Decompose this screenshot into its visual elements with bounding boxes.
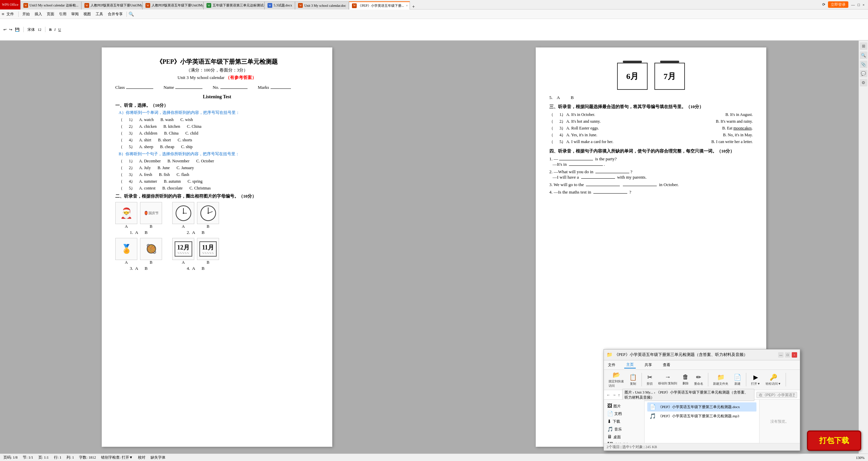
blank-1b [569,165,603,166]
fm-search-input[interactable] [756,392,797,398]
fm-sidebar-desktop[interactable]: 🖥桌面 [605,433,643,441]
status-font[interactable]: 缺失字体 [151,455,165,460]
tab-label: 《PEP》小学英语五年级下册... [358,3,404,8]
sidebar-btn-3[interactable]: 📎 [860,61,867,68]
fm-newitem-button[interactable]: 📄 新建 [732,372,743,387]
img-group-4: 12月 ∿∿∿∿∿ A 11月 ∿∿∿∿∿ [172,238,219,271]
fm-delete-button[interactable]: 🗑 删除 [680,372,691,387]
search-icon[interactable]: 🔍 [129,12,134,17]
fm-address-bar: ← → ↑ 图片 › Unit 3 My... › 《PEP》小学英语五年级下册… [604,390,800,400]
tab-pep-active[interactable]: W 《PEP》小学英语五年级下册... × [349,1,410,9]
fm-rename-button[interactable]: ✏ 重命名 [692,372,705,387]
ribbon-merge[interactable]: 合并专享 [106,11,125,17]
doc-icon: W [298,3,303,8]
restore-icon[interactable]: □ [857,3,860,7]
fm-minimize-button[interactable]: — [778,352,784,358]
toolbar-underline[interactable]: U [58,27,61,32]
fm-address-input[interactable]: 图片 › Unit 3 My... › 《PEP》小学英语五年级下册第三单元检测… [622,389,755,401]
sidebar-btn-4[interactable]: 💬 [860,70,867,77]
ribbon-review[interactable]: 审阅 [69,11,81,17]
ribbon-tools[interactable]: 工具 [94,11,105,17]
q5-row: 5. A B [549,95,753,100]
ribbon-start[interactable]: 开始 [20,11,32,17]
file-manager: 📁 《PEP》小学英语五年级下册第三单元检测题（含答案、听力材料及音频） — □… [604,349,800,451]
fm-sep2 [708,373,708,386]
q-a3: （ ） 3. A. children B. China C. child [119,131,319,136]
fm-tab-home[interactable]: 主页 [624,361,636,368]
sidebar-btn-5[interactable]: ⚙ [860,79,867,86]
toolbar-redo[interactable]: ↪ [9,27,12,32]
status-zoom[interactable]: 130% [856,456,865,460]
fm-file-list: 📄 《PEP》小学英语五年级下册第三单元检测题.docx 🎵 《PEP》小学英语… [645,400,759,443]
tab-label: 5.3试题.docx [274,3,292,8]
fm-copy-button[interactable]: 📋 复制 [627,372,639,387]
sidebar-btn-2[interactable]: 🔍 [860,52,867,59]
ribbon-separator [18,12,19,17]
fm-easy-access-button[interactable]: 🔑 轻松访问▼ [764,372,783,387]
status-check[interactable]: 校对 [138,455,145,460]
tab-grade5[interactable]: W 五年级下册英语第三单元达标测试卷 [203,1,264,9]
toolbar-undo[interactable]: ↩ [3,27,6,32]
fm-open-button[interactable]: 📂 固定到快速访问 [607,370,626,389]
fm-up-icon[interactable]: ↑ [618,393,620,397]
fm-cut-button[interactable]: ✂ 剪切 [645,372,655,387]
toolbar-bold[interactable]: B [49,27,52,32]
status-typo[interactable]: 错别字检查: 打开▼ [101,455,133,460]
toolbar-fontsize[interactable]: 12 [38,27,41,32]
fm-file-mp3[interactable]: 🎵 《PEP》小学英语五年级下册第三单元检测题.mp3 [647,412,756,421]
status-words: 字数: 1812 [79,455,96,460]
img-group-2: A B [172,202,219,235]
q-a2: （ ） 2. A. chicken B. kitchen C. China [119,124,319,129]
close-icon[interactable]: × [863,3,865,7]
blank-3a [586,186,620,186]
blank-4 [593,193,627,194]
sep2 [45,27,45,32]
fm-newfolder-button[interactable]: 📁 新建文件夹 [711,372,730,387]
fm-close-button[interactable]: × [792,352,797,358]
status-page: 页码: 1/8 [3,455,18,460]
q1-num: 1. A B [130,230,147,235]
fm-tab-share[interactable]: 共享 [643,362,654,368]
tab-pep1[interactable]: W 人教PEP版英语五年级下册Unit3My... [81,1,142,9]
fm-file-docx[interactable]: 📄 《PEP》小学英语五年级下册第三单元检测题.docx [647,402,756,412]
ribbon-view[interactable]: 视图 [81,11,93,17]
fm-move-button[interactable]: → 移动到 复制到 [656,372,679,387]
tab-pep2[interactable]: W 人教PEP版英语五年级下册Unit3My... [142,1,203,9]
tab-unit3-calendar[interactable]: W Unit3 My school calendar 达标检... [20,1,81,9]
ribbon-page[interactable]: 页面 [45,11,56,17]
guoqing-image: 🏮国庆节 [140,202,162,224]
title-bar-right: ⟳ 立即登录 — □ × [819,1,868,8]
fm-sidebar-drive-c[interactable]: 💾本地磁盘 (C:) [605,441,643,443]
toolbar-italic[interactable]: I [54,27,56,32]
download-button[interactable]: 打包下载 [807,430,861,451]
menu-icon[interactable]: ≡ [2,12,4,17]
tab-close-icon[interactable]: × [406,4,408,7]
fm-back-icon[interactable]: ← [607,393,610,397]
tab-unit3-school[interactable]: W Unit 3 My school calendar.doc [295,1,349,9]
title-bar: WPS Office W Unit3 My school calendar 达标… [0,0,868,9]
fm-sidebar: 🖼图片 📄文档 ⬇下载 🎵音乐 🖥桌面 💾本地磁盘 (C:) 💾工作室 (D:) [604,400,645,443]
fm-tab-file[interactable]: 文件 [606,362,617,368]
fm-maximize-button[interactable]: □ [785,352,790,358]
fm-sidebar-music[interactable]: 🎵音乐 [605,425,643,433]
minimize-icon[interactable]: — [851,3,855,7]
fm-sidebar-downloads[interactable]: ⬇下载 [605,418,643,425]
toolbar-save[interactable]: 💾 [15,27,20,32]
s4-q4: 4. —Is the maths test in ? [549,189,753,195]
sidebar-btn-1[interactable]: ⊞ [860,42,867,50]
fm-file-mp3-name: 《PEP》小学英语五年级下册第三单元检测题.mp3 [658,414,754,419]
ribbon-ref[interactable]: 引用 [57,11,68,17]
fm-tab-view[interactable]: 查看 [661,362,672,368]
fm-sidebar-pictures[interactable]: 🖼图片 [605,402,643,410]
fm-forward-icon[interactable]: → [612,393,616,397]
name-field: Name [163,85,202,90]
ribbon-insert[interactable]: 插入 [33,11,44,17]
register-button[interactable]: 立即登录 [828,1,848,8]
file-menu[interactable]: 文件 [6,12,14,17]
toolbar-font[interactable]: 宋体 [27,27,35,32]
q-b1: （ ） 1. A. December B. November C. Octobe… [119,158,319,164]
fm-open-with-button[interactable]: ▶ 打开▼ [749,372,762,387]
new-tab-icon[interactable]: + [410,4,417,9]
fm-sidebar-documents[interactable]: 📄文档 [605,410,643,418]
tab-53[interactable]: W 5.3试题.docx [264,1,295,9]
